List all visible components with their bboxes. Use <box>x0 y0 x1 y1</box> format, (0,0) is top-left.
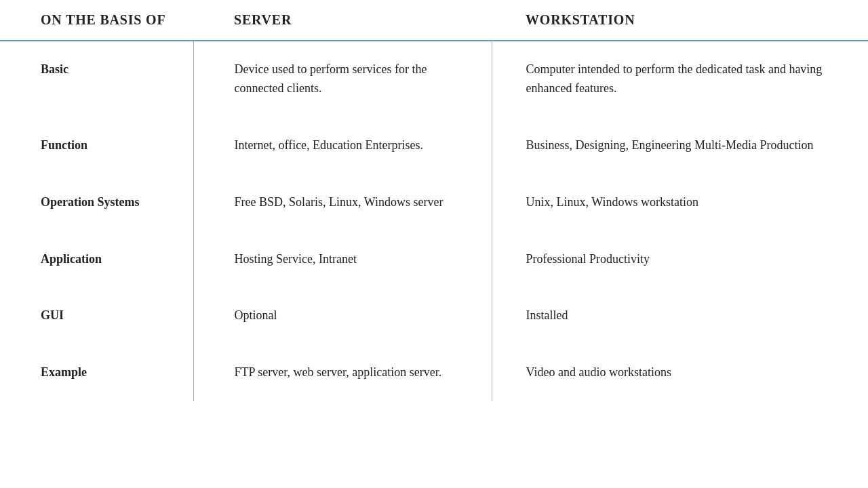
header-workstation: WORKSTATION <box>492 0 868 41</box>
workstation-cell-0: Computer intended to perform the dedicat… <box>492 41 868 117</box>
workstation-cell-5: Video and audio workstations <box>492 344 868 401</box>
header-server: SERVER <box>193 0 492 41</box>
server-cell-3: Hosting Service, Intranet <box>193 231 492 288</box>
basis-cell-0: Basic <box>0 41 193 117</box>
table-header-row: ON THE BASIS OF SERVER WORKSTATION <box>0 0 868 41</box>
table-row: Operation SystemsFree BSD, Solaris, Linu… <box>0 174 868 231</box>
workstation-cell-4: Installed <box>492 287 868 344</box>
workstation-cell-1: Business, Designing, Engineering Multi-M… <box>492 117 868 174</box>
header-basis: ON THE BASIS OF <box>0 0 193 41</box>
server-cell-0: Device used to perform services for the … <box>193 41 492 117</box>
table-row: FunctionInternet, office, Education Ente… <box>0 117 868 174</box>
workstation-cell-2: Unix, Linux, Windows workstation <box>492 174 868 231</box>
server-cell-5: FTP server, web server, application serv… <box>193 344 492 401</box>
table-row: BasicDevice used to perform services for… <box>0 41 868 117</box>
table-row: ExampleFTP server, web server, applicati… <box>0 344 868 401</box>
server-cell-4: Optional <box>193 287 492 344</box>
comparison-table: ON THE BASIS OF SERVER WORKSTATION Basic… <box>0 0 868 401</box>
basis-cell-2: Operation Systems <box>0 174 193 231</box>
basis-cell-1: Function <box>0 117 193 174</box>
table-row: ApplicationHosting Service, IntranetProf… <box>0 231 868 288</box>
basis-cell-5: Example <box>0 344 193 401</box>
basis-cell-4: GUI <box>0 287 193 344</box>
workstation-cell-3: Professional Productivity <box>492 231 868 288</box>
table-row: GUIOptional Installed <box>0 287 868 344</box>
server-cell-2: Free BSD, Solaris, Linux, Windows server <box>193 174 492 231</box>
server-cell-1: Internet, office, Education Enterprises. <box>193 117 492 174</box>
basis-cell-3: Application <box>0 231 193 288</box>
